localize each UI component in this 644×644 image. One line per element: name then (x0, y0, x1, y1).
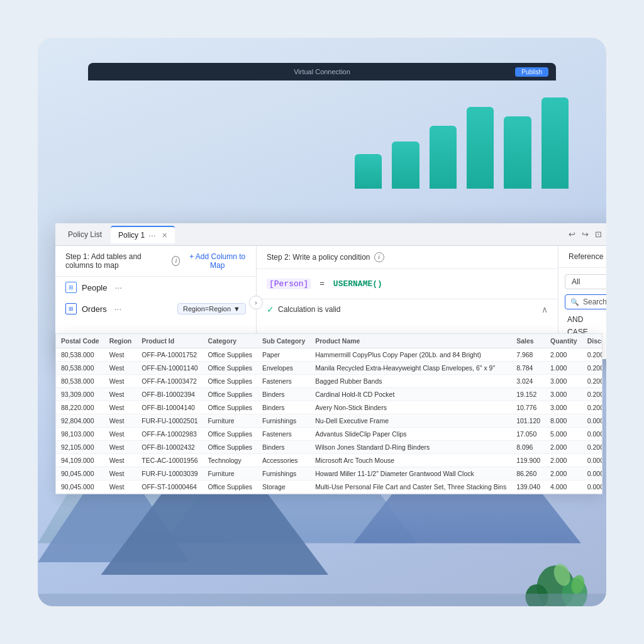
left-info-icon[interactable]: i (172, 256, 180, 266)
add-column-button[interactable]: + Add Column to Map (189, 252, 246, 270)
people-table-icon: ⊞ (65, 282, 77, 293)
col-header-product-name[interactable]: Product Name (310, 334, 511, 348)
cell-0-0: 80,538.000 (56, 348, 104, 362)
region-mapping-label: Region=Region (183, 305, 231, 313)
cell-6-4: Fasteners (257, 428, 310, 441)
search-input-value[interactable]: Search (583, 297, 606, 306)
cell-3-8: 0.200 (582, 388, 602, 401)
table-row[interactable]: 98,103.000WestOFF-FA-10002983Office Supp… (56, 428, 602, 441)
vc-window: Virtual Connection Publish (88, 63, 556, 80)
table-row[interactable]: 92,105.000WestOFF-BI-10002432Office Supp… (56, 441, 602, 454)
cell-9-4: Furnishings (257, 467, 310, 480)
cell-7-4: Binders (257, 441, 310, 454)
cell-7-1: West (104, 441, 137, 454)
orders-table-name: Orders (82, 304, 107, 314)
cell-10-2: OFF-ST-10000464 (136, 480, 203, 494)
cell-7-2: OFF-BI-10002432 (136, 441, 203, 454)
cell-8-4: Accessories (257, 454, 310, 467)
people-more-icon[interactable]: ··· (114, 282, 122, 292)
formula-area[interactable]: [Person] = USERNAME() (257, 269, 558, 299)
calc-status-text: Calculation is valid (278, 305, 340, 314)
table-row[interactable]: 80,538.000WestOFF-FA-10003472Office Supp… (56, 375, 602, 388)
cell-4-1: West (104, 401, 137, 414)
tab-more-icon[interactable]: ··· (148, 230, 156, 240)
table-row[interactable]: 80,538.000WestOFF-EN-10001140Office Supp… (56, 362, 602, 375)
table-row[interactable]: 90,045.000WestFUR-FU-10003039FurnitureFu… (56, 467, 602, 480)
table-body: 80,538.000WestOFF-PA-10001752Office Supp… (56, 348, 602, 494)
search-box[interactable]: 🔍 Search (565, 294, 606, 309)
col-header-sales[interactable]: Sales (511, 334, 545, 348)
cell-10-4: Storage (257, 480, 310, 494)
cell-0-4: Paper (257, 348, 310, 362)
cell-0-3: Office Supplies (203, 348, 257, 362)
cell-1-7: 1.000 (545, 362, 582, 375)
cell-3-5: Cardinal Hold-It CD Pocket (310, 388, 511, 401)
cell-2-6: 3.024 (511, 375, 545, 388)
cell-6-6: 17.050 (511, 428, 545, 441)
cell-9-5: Howard Miller 11-1/2" Diameter Grantwood… (310, 467, 511, 480)
all-dropdown[interactable]: All ▼ (565, 274, 606, 289)
cell-9-0: 90,045.000 (56, 467, 104, 480)
cell-8-1: West (104, 454, 137, 467)
cell-7-6: 8.096 (511, 441, 545, 454)
col-header-quantity[interactable]: Quantity (545, 334, 582, 348)
tab-close-icon[interactable]: × (162, 230, 167, 240)
col-header-subcategory[interactable]: Sub Category (257, 334, 310, 348)
cell-10-0: 90,045.000 (56, 480, 104, 494)
cell-3-2: OFF-BI-10002394 (136, 388, 203, 401)
calc-collapse-icon[interactable]: ∧ (541, 304, 548, 314)
cell-6-7: 5.000 (545, 428, 582, 441)
cell-2-5: Bagged Rubber Bands (310, 375, 511, 388)
cell-9-7: 2.000 (545, 467, 582, 480)
cell-9-2: FUR-FU-10003039 (136, 467, 203, 480)
table-row[interactable]: 80,538.000WestOFF-PA-10001752Office Supp… (56, 348, 602, 362)
cell-10-1: West (104, 480, 137, 494)
cell-8-0: 94,109.000 (56, 454, 104, 467)
left-panel-title: Step 1: Add tables and columns to map (65, 252, 168, 270)
cell-0-8: 0.200 (582, 348, 602, 362)
table-row[interactable]: 94,109.000WestTEC-AC-10001956TechnologyA… (56, 454, 602, 467)
condition-info-icon[interactable]: i (374, 252, 384, 262)
ref-item-and[interactable]: AND (565, 313, 606, 326)
col-header-discount[interactable]: Discount (582, 334, 602, 348)
cell-4-7: 3.000 (545, 401, 582, 414)
people-table-name: People (82, 283, 107, 292)
orders-table-icon: ⊞ (65, 303, 77, 314)
col-header-category[interactable]: Category (203, 334, 257, 348)
region-dropdown[interactable]: Region=Region ▼ (177, 303, 246, 314)
cell-5-5: Nu-Dell Executive Frame (310, 414, 511, 428)
redo-icon[interactable]: ↪ (582, 230, 589, 239)
bar-1 (355, 154, 382, 189)
cell-6-8: 0.000 (582, 428, 602, 441)
publish-button[interactable]: Publish (515, 67, 548, 77)
cell-1-5: Manila Recycled Extra-Heavyweight Clasp … (310, 362, 511, 375)
col-header-region[interactable]: Region (104, 334, 137, 348)
table-row[interactable]: 92,804.000WestFUR-FU-10002501FurnitureFu… (56, 414, 602, 428)
undo-icon[interactable]: ↩ (569, 230, 575, 239)
orders-more-icon[interactable]: ··· (114, 304, 122, 314)
table-row[interactable]: 93,309.000WestOFF-BI-10002394Office Supp… (56, 388, 602, 401)
cell-4-6: 10.776 (511, 401, 545, 414)
tab-bar: Policy List Policy 1 ··· × ↩ ↪ ⊡ Alerts … (55, 223, 606, 246)
cell-5-6: 101.120 (511, 414, 545, 428)
col-header-postal-code[interactable]: Postal Code (56, 334, 104, 348)
col-header-product-id[interactable]: Product Id (136, 334, 203, 348)
cell-5-4: Furnishings (257, 414, 310, 428)
cell-2-7: 3.000 (545, 375, 582, 388)
cell-6-3: Office Supplies (203, 428, 257, 441)
tab-policy-1[interactable]: Policy 1 ··· × (111, 226, 175, 243)
cell-1-3: Office Supplies (203, 362, 257, 375)
cell-5-8: 0.000 (582, 414, 602, 428)
cell-1-2: OFF-EN-10001140 (136, 362, 203, 375)
cell-7-5: Wilson Jones Standard D-Ring Binders (310, 441, 511, 454)
cell-3-0: 93,309.000 (56, 388, 104, 401)
layout-icon[interactable]: ⊡ (595, 230, 602, 239)
cell-8-8: 0.000 (582, 454, 602, 467)
table-row[interactable]: 90,045.000WestOFF-ST-10000464Office Supp… (56, 480, 602, 494)
tab-policy-list-label: Policy List (68, 230, 102, 239)
table-row[interactable]: 88,220.000WestOFF-BI-10004140Office Supp… (56, 401, 602, 414)
tab-policy-list[interactable]: Policy List (60, 226, 109, 243)
svg-rect-14 (38, 594, 606, 606)
cell-3-1: West (104, 388, 137, 401)
expand-button[interactable]: › (249, 296, 263, 309)
